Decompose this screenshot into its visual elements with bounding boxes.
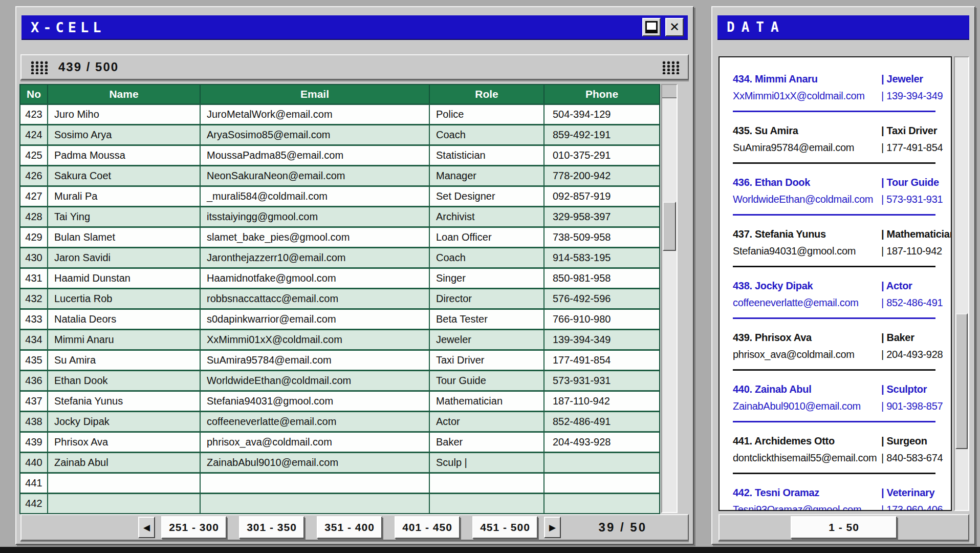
cell-name[interactable]: Zainab Abul [48, 453, 201, 472]
cell-email[interactable]: s0dapinkwarrior@email.com [201, 310, 430, 329]
cell-role[interactable]: Actor [430, 412, 545, 431]
cell-role[interactable]: Statistician [430, 146, 545, 165]
cell-email[interactable]: ZainabAbul9010@email.com [201, 453, 430, 472]
cell-no[interactable]: 441 [20, 474, 48, 493]
cell-name[interactable] [48, 494, 201, 513]
next-page-button[interactable]: ▶ [544, 517, 561, 538]
cell-phone[interactable] [545, 453, 659, 472]
cell-name[interactable]: Juro Miho [48, 105, 201, 124]
cell-name[interactable] [48, 474, 201, 493]
cell-role[interactable]: Sculp | [430, 453, 545, 472]
cell-name[interactable]: Sosimo Arya [48, 125, 201, 144]
cell-phone[interactable]: 504-394-129 [545, 105, 659, 124]
column-header-role[interactable]: Role [430, 85, 545, 103]
cell-role[interactable]: Beta Tester [430, 310, 545, 329]
record-card[interactable]: 435. Su Amira | Taxi Driver SuAmira95784… [720, 112, 951, 164]
table-row[interactable]: 429 Bulan Slamet slamet_bake_pies@gmool.… [20, 226, 659, 247]
cell-no[interactable]: 442 [20, 494, 48, 513]
cell-role[interactable]: Baker [430, 433, 545, 452]
cell-role[interactable]: Mathematician [430, 392, 545, 411]
cell-phone[interactable]: 187-110-942 [545, 392, 659, 411]
range-button[interactable]: 1 - 50 [791, 516, 897, 539]
cell-role[interactable] [430, 494, 545, 513]
data-titlebar[interactable]: DATA [717, 15, 969, 40]
prev-page-button[interactable]: ◀ [138, 517, 155, 538]
column-header-no[interactable]: No [20, 85, 48, 103]
cell-no[interactable]: 427 [20, 187, 48, 206]
table-row[interactable]: 436 Ethan Dook WorldwideEthan@coldmail.c… [20, 370, 659, 390]
cell-phone[interactable]: 914-583-195 [545, 248, 659, 267]
page-range-button[interactable]: 351 - 400 [317, 516, 382, 539]
cell-name[interactable]: Murali Pa [48, 187, 201, 206]
table-row[interactable]: 427 Murali Pa _murali584@coldmail.com Se… [20, 185, 659, 206]
cell-phone[interactable] [545, 494, 659, 513]
cell-phone[interactable]: 177-491-854 [545, 351, 659, 370]
page-range-button[interactable]: 451 - 500 [472, 516, 538, 539]
cell-no[interactable]: 430 [20, 248, 48, 267]
cell-phone[interactable]: 139-394-349 [545, 330, 659, 349]
cell-email[interactable]: robbsnaccattacc@email.com [201, 289, 430, 308]
cell-no[interactable]: 428 [20, 207, 48, 226]
cell-email[interactable]: Stefania94031@gmool.com [201, 392, 430, 411]
cell-role[interactable]: Taxi Driver [430, 351, 545, 370]
cell-role[interactable]: Jeweler [430, 330, 545, 349]
cell-phone[interactable]: 204-493-928 [545, 433, 659, 452]
grid-icon[interactable] [661, 60, 680, 74]
cell-role[interactable]: Director [430, 289, 545, 308]
cell-name[interactable]: Bulan Slamet [48, 228, 201, 247]
table-row[interactable]: 430 Jaron Savidi Jaronthejazzerr10@email… [20, 247, 659, 267]
table-row[interactable]: 433 Natalia Deors s0dapinkwarrior@email.… [20, 308, 659, 329]
cell-no[interactable]: 435 [20, 351, 48, 370]
cell-phone[interactable]: 766-910-980 [545, 310, 659, 329]
cell-name[interactable]: Lucertia Rob [48, 289, 201, 308]
cell-phone[interactable]: 010-375-291 [545, 146, 659, 165]
cell-email[interactable] [201, 474, 430, 493]
cell-no[interactable]: 426 [20, 166, 48, 185]
cell-phone[interactable]: 850-981-958 [545, 269, 659, 288]
cell-phone[interactable]: 329-958-397 [545, 207, 659, 226]
table-row[interactable]: 438 Jocky Dipak coffeeneverlatte@email.c… [20, 411, 659, 431]
cell-email[interactable]: XxMimmi01xX@coldmail.com [201, 330, 430, 349]
data-scrollbar-thumb[interactable] [955, 313, 968, 449]
table-row[interactable]: 442 [20, 493, 659, 513]
xcell-titlebar[interactable]: X-CELL ✕ [21, 15, 688, 40]
cell-email[interactable]: JuroMetalWork@email.com [201, 105, 430, 124]
cell-no[interactable]: 431 [20, 269, 48, 288]
grid-icon[interactable] [30, 60, 48, 74]
cell-role[interactable]: Archivist [430, 207, 545, 226]
page-range-button[interactable]: 301 - 350 [239, 516, 304, 539]
record-card[interactable]: 438. Jocky Dipak | Actor coffeeneverlatt… [720, 267, 951, 319]
table-row[interactable]: 432 Lucertia Rob robbsnaccattacc@email.c… [20, 288, 659, 308]
table-scrollbar-thumb[interactable] [663, 202, 676, 251]
cell-no[interactable]: 438 [20, 412, 48, 431]
table-row[interactable]: 426 Sakura Coet NeonSakuraNeon@email.com… [20, 165, 659, 185]
cell-email[interactable]: slamet_bake_pies@gmool.com [201, 228, 430, 247]
table-row[interactable]: 423 Juro Miho JuroMetalWork@email.com Po… [20, 103, 659, 124]
cell-phone[interactable]: 852-486-491 [545, 412, 659, 431]
cell-name[interactable]: Sakura Coet [48, 166, 201, 185]
cell-role[interactable]: Manager [430, 166, 545, 185]
cell-email[interactable] [201, 494, 430, 513]
cell-name[interactable]: Haamid Dunstan [48, 269, 201, 288]
cell-no[interactable]: 440 [20, 453, 48, 472]
cell-name[interactable]: Phrisox Ava [48, 433, 201, 452]
cell-no[interactable]: 439 [20, 433, 48, 452]
cell-email[interactable]: Haamidnotfake@gmool.com [201, 269, 430, 288]
column-header-name[interactable]: Name [48, 85, 201, 103]
table-row[interactable]: 439 Phrisox Ava phrisox_ava@coldmail.com… [20, 431, 659, 452]
record-card[interactable]: 436. Ethan Dook | Tour Guide WorldwideEt… [720, 164, 951, 216]
cell-email[interactable]: MoussaPadma85@email.com [201, 146, 430, 165]
cell-email[interactable]: itsstaiyingg@gmool.com [201, 207, 430, 226]
cell-no[interactable]: 423 [20, 105, 48, 124]
page-range-button[interactable]: 251 - 300 [161, 516, 227, 539]
cell-name[interactable]: Jaron Savidi [48, 248, 201, 267]
cell-phone[interactable]: 778-200-942 [545, 166, 659, 185]
maximize-button[interactable] [642, 18, 661, 36]
table-row[interactable]: 431 Haamid Dunstan Haamidnotfake@gmool.c… [20, 267, 659, 288]
table-row[interactable]: 437 Stefania Yunus Stefania94031@gmool.c… [20, 390, 659, 411]
cell-phone[interactable] [545, 474, 659, 493]
cell-no[interactable]: 425 [20, 146, 48, 165]
cell-email[interactable]: SuAmira95784@email.com [201, 351, 430, 370]
cell-email[interactable]: _murali584@coldmail.com [201, 187, 430, 206]
cell-email[interactable]: NeonSakuraNeon@email.com [201, 166, 430, 185]
